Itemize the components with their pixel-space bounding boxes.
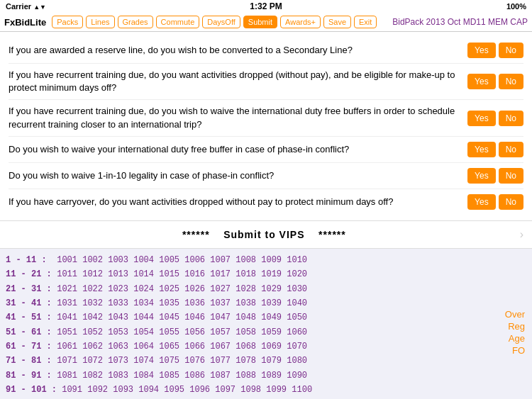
numbers-grid: 1 - 11 : 1001 1002 1003 1004 1005 1006 1… bbox=[6, 253, 526, 399]
numbers-range-7: 71 - 81 : bbox=[6, 354, 52, 368]
questions-section: If you are awarded a reserve line, do yo… bbox=[0, 32, 532, 221]
legend-age: Age bbox=[505, 333, 525, 344]
nav-btn-lines[interactable]: Lines bbox=[86, 16, 114, 28]
numbers-values-7: 1071 1072 1073 1074 1075 1076 1077 1078 … bbox=[57, 356, 307, 366]
yes-no-group-2: Yes No bbox=[467, 74, 523, 89]
nav-btn-grades[interactable]: Grades bbox=[118, 16, 153, 28]
app-title: FxBidLite bbox=[4, 17, 46, 28]
chevron-right-icon: › bbox=[520, 228, 523, 241]
question-row-4: Do you wish to waive your international … bbox=[9, 137, 523, 163]
question-row-1: If you are awarded a reserve line, do yo… bbox=[9, 38, 523, 64]
nav-btn-commute[interactable]: Commute bbox=[156, 16, 200, 28]
numbers-range-3: 31 - 41 : bbox=[6, 296, 52, 310]
legend-fo: FO bbox=[505, 345, 525, 356]
numbers-row-3: 31 - 41 : 1031 1032 1033 1034 1035 1036 … bbox=[6, 296, 526, 310]
submit-vips-label[interactable]: ****** Submit to VIPS ****** bbox=[9, 229, 520, 240]
numbers-values-2: 1021 1022 1023 1024 1025 1026 1027 1028 … bbox=[57, 284, 307, 294]
nav-btn-save[interactable]: Save bbox=[323, 16, 351, 28]
question-4-no[interactable]: No bbox=[499, 142, 523, 157]
status-bar: Carrier ▲▼ 1:32 PM 100% bbox=[0, 0, 532, 13]
question-row-3: If you have recurrent training due, do y… bbox=[9, 100, 523, 136]
yes-no-group-5: Yes No bbox=[467, 168, 523, 184]
yes-no-group-3: Yes No bbox=[467, 111, 523, 126]
question-5-yes[interactable]: Yes bbox=[467, 168, 496, 184]
nav-btn-packs[interactable]: Packs bbox=[52, 16, 83, 28]
question-2-yes[interactable]: Yes bbox=[467, 74, 496, 89]
numbers-values-8: 1081 1082 1083 1084 1085 1086 1087 1088 … bbox=[57, 371, 307, 381]
numbers-values-6: 1061 1062 1063 1064 1065 1066 1067 1068 … bbox=[57, 342, 307, 352]
numbers-row-8: 81 - 91 : 1081 1082 1083 1084 1085 1086 … bbox=[6, 369, 526, 383]
numbers-range-1: 11 - 21 : bbox=[6, 267, 52, 281]
numbers-values-5: 1051 1052 1053 1054 1055 1056 1057 1058 … bbox=[57, 327, 307, 337]
nav-btn-exit[interactable]: Exit bbox=[354, 16, 377, 28]
numbers-values-1: 1011 1012 1013 1014 1015 1016 1017 1018 … bbox=[57, 269, 307, 279]
yes-no-group-6: Yes No bbox=[467, 194, 523, 210]
question-text-2: If you have recurrent training due, do y… bbox=[9, 69, 467, 94]
nav-bar: FxBidLite Packs Lines Grades Commute Day… bbox=[0, 13, 532, 32]
numbers-row-2: 21 - 31 : 1021 1022 1023 1024 1025 1026 … bbox=[6, 282, 526, 296]
yes-no-group-4: Yes No bbox=[467, 142, 523, 157]
question-6-yes[interactable]: Yes bbox=[467, 194, 496, 210]
numbers-row-6: 61 - 71 : 1061 1062 1063 1064 1065 1066 … bbox=[6, 339, 526, 354]
numbers-range-5: 51 - 61 : bbox=[6, 325, 52, 339]
numbers-row-5: 51 - 61 : 1051 1052 1053 1054 1055 1056 … bbox=[6, 325, 526, 339]
side-legend: Over Reg Age FO bbox=[505, 309, 525, 356]
question-4-yes[interactable]: Yes bbox=[467, 142, 496, 157]
numbers-section: 1 - 11 : 1001 1002 1003 1004 1005 1006 1… bbox=[0, 249, 532, 399]
battery-level: 100% bbox=[353, 2, 526, 11]
question-2-no[interactable]: No bbox=[499, 74, 523, 89]
numbers-range-6: 61 - 71 : bbox=[6, 339, 52, 354]
submit-stars-right: ****** bbox=[318, 229, 346, 240]
question-1-yes[interactable]: Yes bbox=[467, 43, 496, 58]
bid-pack-label: BidPack 2013 Oct MD11 MEM CAP bbox=[392, 17, 528, 27]
numbers-row-0: 1 - 11 : 1001 1002 1003 1004 1005 1006 1… bbox=[6, 253, 526, 267]
legend-reg: Reg bbox=[505, 321, 525, 332]
numbers-row-1: 11 - 21 : 1011 1012 1013 1014 1015 1016 … bbox=[6, 267, 526, 281]
numbers-range-2: 21 - 31 : bbox=[6, 282, 52, 296]
numbers-values-9: 1091 1092 1093 1094 1095 1096 1097 1098 … bbox=[62, 385, 312, 395]
carrier-signal: Carrier ▲▼ bbox=[6, 2, 179, 11]
status-time: 1:32 PM bbox=[179, 1, 353, 11]
numbers-range-0: 1 - 11 : bbox=[6, 253, 52, 267]
numbers-row-9: 91 - 101 : 1091 1092 1093 1094 1095 1096… bbox=[6, 383, 526, 397]
nav-btn-awards[interactable]: Awards+ bbox=[280, 16, 321, 28]
submit-vips-text: Submit to VIPS bbox=[223, 229, 304, 240]
main-content: If you are awarded a reserve line, do yo… bbox=[0, 32, 532, 399]
numbers-row-7: 71 - 81 : 1071 1072 1073 1074 1075 1076 … bbox=[6, 354, 526, 368]
numbers-range-4: 41 - 51 : bbox=[6, 310, 52, 325]
question-row-5: Do you wish to waive 1-in-10 legality in… bbox=[9, 163, 523, 189]
question-text-4: Do you wish to waive your international … bbox=[9, 143, 467, 156]
question-row-2: If you have recurrent training due, do y… bbox=[9, 64, 523, 100]
nav-btn-submit[interactable]: Submit bbox=[243, 16, 277, 28]
question-3-yes[interactable]: Yes bbox=[467, 111, 496, 126]
question-6-no[interactable]: No bbox=[499, 194, 523, 210]
numbers-range-9: 91 - 101 : bbox=[6, 383, 57, 397]
numbers-values-3: 1031 1032 1033 1034 1035 1036 1037 1038 … bbox=[57, 298, 307, 308]
question-5-no[interactable]: No bbox=[499, 168, 523, 184]
question-text-6: If you have carryover, do you want activ… bbox=[9, 196, 467, 208]
question-text-5: Do you wish to waive 1-in-10 legality in… bbox=[9, 169, 467, 182]
question-1-no[interactable]: No bbox=[499, 43, 523, 58]
question-3-no[interactable]: No bbox=[499, 111, 523, 126]
nav-btn-daysoff[interactable]: DaysOff bbox=[202, 16, 240, 28]
question-row-6: If you have carryover, do you want activ… bbox=[9, 189, 523, 215]
numbers-values-4: 1041 1042 1043 1044 1045 1046 1047 1048 … bbox=[57, 313, 307, 322]
question-text-3: If you have recurrent training due, do y… bbox=[9, 105, 467, 130]
question-text-1: If you are awarded a reserve line, do yo… bbox=[9, 44, 467, 57]
numbers-row-4: 41 - 51 : 1041 1042 1043 1044 1045 1046 … bbox=[6, 310, 526, 325]
numbers-values-0: 1001 1002 1003 1004 1005 1006 1007 1008 … bbox=[57, 255, 307, 265]
submit-stars-left: ****** bbox=[182, 229, 210, 240]
submit-row[interactable]: ****** Submit to VIPS ****** › bbox=[0, 221, 532, 249]
legend-over: Over bbox=[505, 309, 525, 320]
yes-no-group-1: Yes No bbox=[467, 43, 523, 58]
numbers-range-8: 81 - 91 : bbox=[6, 369, 52, 383]
